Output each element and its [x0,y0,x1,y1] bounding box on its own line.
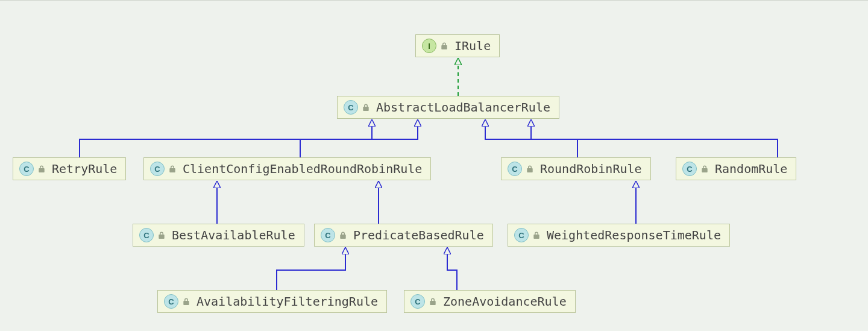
node-round-robin-rule[interactable]: C RoundRobinRule [501,157,651,180]
class-icon: C [410,294,425,309]
node-abstract-load-balancer-rule[interactable]: C AbstractLoadBalancerRule [337,96,559,119]
lock-icon [37,165,46,173]
node-zone-avoidance-rule[interactable]: C ZoneAvoidanceRule [404,290,576,313]
node-label: IRule [454,39,491,53]
class-icon: C [164,294,178,309]
diagram-canvas: I IRule C AbstractLoadBalancerRule C Ret… [0,0,868,331]
class-icon: C [682,162,697,176]
lock-icon [362,103,370,112]
node-label: AbstractLoadBalancerRule [376,100,550,115]
node-availability-filtering-rule[interactable]: C AvailabilityFilteringRule [157,290,387,313]
interface-icon: I [422,39,436,53]
node-predicate-based-rule[interactable]: C PredicateBasedRule [314,224,493,247]
node-label: ClientConfigEnabledRoundRobinRule [183,162,422,176]
node-label: RandomRule [715,162,787,176]
node-random-rule[interactable]: C RandomRule [676,157,796,180]
node-label: BestAvailableRule [172,228,295,242]
node-label: PredicateBasedRule [353,228,484,242]
class-icon: C [514,228,529,242]
node-label: AvailabilityFilteringRule [197,294,378,309]
node-irule[interactable]: I IRule [415,34,500,57]
class-icon: C [508,162,522,176]
lock-icon [157,231,166,239]
class-icon: C [321,228,335,242]
lock-icon [339,231,347,239]
edge-zoneavoid-to-predicate [447,248,457,290]
node-retry-rule[interactable]: C RetryRule [13,157,126,180]
edge-random-to-abstract [531,120,778,157]
lock-icon [526,165,534,173]
lock-icon [429,297,437,306]
lock-icon [168,165,177,173]
node-client-config-enabled-round-robin-rule[interactable]: C ClientConfigEnabledRoundRobinRule [143,157,431,180]
node-label: RoundRobinRule [540,162,642,176]
node-label: RetryRule [52,162,117,176]
node-best-available-rule[interactable]: C BestAvailableRule [133,224,304,247]
class-icon: C [139,228,154,242]
edge-availfilter-to-predicate [277,248,345,290]
class-icon: C [150,162,165,176]
node-label: ZoneAvoidanceRule [443,294,567,309]
node-weighted-response-time-rule[interactable]: C WeightedResponseTimeRule [508,224,730,247]
lock-icon [532,231,541,239]
class-icon: C [344,100,358,115]
edge-clientconfig-to-abstract [300,120,418,157]
lock-icon [440,42,448,50]
lock-icon [182,297,190,306]
lock-icon [700,165,709,173]
class-icon: C [19,162,34,176]
node-label: WeightedResponseTimeRule [547,228,721,242]
